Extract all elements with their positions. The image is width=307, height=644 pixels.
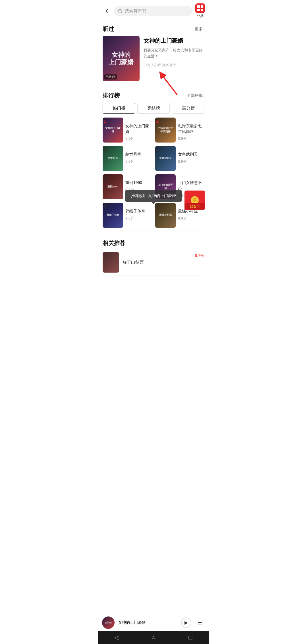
coin-icon: 羊 [191,196,199,204]
rank-cover-4: 4 女皇武则天 [155,146,176,171]
ranking-chevron-icon: › [203,94,204,98]
book-desc: 我要分亿万家产，给女儿和老婆更好的生活！ [144,47,204,59]
rank-number-1: 1 [104,119,106,124]
related-title: 相关推荐 [103,239,125,247]
rank-score-8: 8.9分 [178,216,204,221]
rank-title-2: 毛泽东最后七年风雨路 [178,123,204,134]
top-bar: 搜索有声书 分类 [98,0,209,21]
envelope-body: 羊 20金币 [184,191,205,210]
rank-cover-8: 8 最强小村医 [155,203,176,228]
rank-cover-7: 7 韩瞎子传奇 [103,203,123,228]
tab-hot[interactable]: 热门榜 [103,103,135,114]
category-button[interactable]: 分类 [195,3,205,18]
rank-title-7: 韩瞎子传奇 [125,208,152,214]
rank-info-1: 女神的上门豪婿 9.9分 [125,118,152,141]
ranking-header: 排行榜 全部榜单 › [103,92,204,103]
category-icon [195,3,205,13]
tooltip-popup: 推荐收听:女神的上门豪婿 [125,190,182,202]
related-info-1: 薛丁山征西 [123,260,204,265]
category-label: 分类 [197,14,204,18]
rank-number-7: 7 [104,204,106,209]
chevron-icon: › [203,27,204,31]
book-meta: 27万人在听·赘婿·都市 [144,63,204,68]
envelope-label: 20金币 [184,203,205,210]
listen-title: 听过 [103,25,114,33]
rank-cover-1: 1 女神的上门豪婿 [103,118,123,143]
search-placeholder: 搜索有声书 [125,8,146,14]
rank-score-3: 9.6分 [125,159,152,164]
rank-score-4: 8.9分 [178,159,204,164]
related-item-title-1: 薛丁山征西 [123,260,204,265]
book-cover: 女神的上门豪婿 已听1% [103,36,140,81]
rank-info-4: 女皇武则天 8.9分 [178,146,204,164]
rank-number-2: 2 [156,119,159,124]
related-header: 相关推荐 [103,239,204,249]
ranking-item-7[interactable]: 7 韩瞎子传奇 韩瞎子传奇 9.6分 [103,203,152,228]
divider [103,87,204,87]
ranking-title: 排行榜 [103,92,120,99]
rank-info-7: 韩瞎子传奇 9.6分 [125,203,152,221]
listen-more-button[interactable]: 更多 › [195,27,204,32]
listen-section-header: 听过 更多 › [98,21,209,36]
related-item-1[interactable]: 薛丁山征西 8.7分 [103,249,204,276]
rank-number-4: 4 [156,147,159,152]
tab-highscore[interactable]: 高分榜 [172,103,204,114]
progress-badge: 已听1% [104,74,117,80]
rank-info-2: 毛泽东最后七年风雨路 8.9分 [178,118,204,141]
rank-score-1: 9.9分 [125,136,152,141]
rank-title-4: 女皇武则天 [178,152,204,157]
search-icon [118,9,123,13]
rank-title-5: 重回1990 [125,180,152,186]
rank-title-1: 女神的上门豪婿 [125,123,152,134]
ranking-item-2[interactable]: 2 毛泽东最后七年风雨路 毛泽东最后七年风雨路 8.9分 [155,118,204,143]
rank-number-5: 5 [104,175,106,180]
book-title: 女神的上门豪婿 [144,37,204,45]
ranking-more-button[interactable]: 全部榜单 › [187,93,204,98]
related-cover-1 [103,252,119,273]
listen-card[interactable]: 女神的上门豪婿 已听1% 女神的上门豪婿 我要分亿万家产，给女儿和老婆更好的生活… [98,36,209,87]
ranking-item-3[interactable]: 3 绝世丹帝 绝世丹帝 9.6分 [103,146,152,171]
rank-cover-3: 3 绝世丹帝 [103,146,123,171]
ranking-tabs: 热门榜 完结榜 高分榜 [103,103,204,114]
rank-title-3: 绝世丹帝 [125,152,152,157]
related-section: 相关推荐 薛丁山征西 8.7分 [98,235,209,276]
rank-cover-5: 5 重回1990 [103,174,123,199]
rank-cover-2: 2 毛泽东最后七年风雨路 [155,118,176,143]
rank-number-3: 3 [104,147,106,152]
divider-2 [103,231,204,231]
tab-finished[interactable]: 完结榜 [137,103,170,114]
rank-score-2: 8.9分 [178,136,204,141]
rank-number-8: 8 [156,204,159,209]
related-score-1: 8.7分 [195,253,204,258]
rank-number-6: 6 [156,175,159,180]
search-box[interactable]: 搜索有声书 [114,6,192,16]
book-info: 女神的上门豪婿 我要分亿万家产，给女儿和老婆更好的生活！ 27万人在听·赘婿·都… [144,36,204,81]
ranking-item-1[interactable]: 1 女神的上门豪婿 女神的上门豪婿 9.9分 [103,118,152,143]
red-envelope[interactable]: 羊 20金币 [184,191,205,213]
rank-title-6: 上门女婿惹不起 [178,180,204,191]
rank-info-3: 绝世丹帝 9.6分 [125,146,152,164]
ranking-item-4[interactable]: 4 女皇武则天 女皇武则天 8.9分 [155,146,204,171]
back-button[interactable] [102,7,111,16]
rank-score-7: 9.6分 [125,216,152,221]
